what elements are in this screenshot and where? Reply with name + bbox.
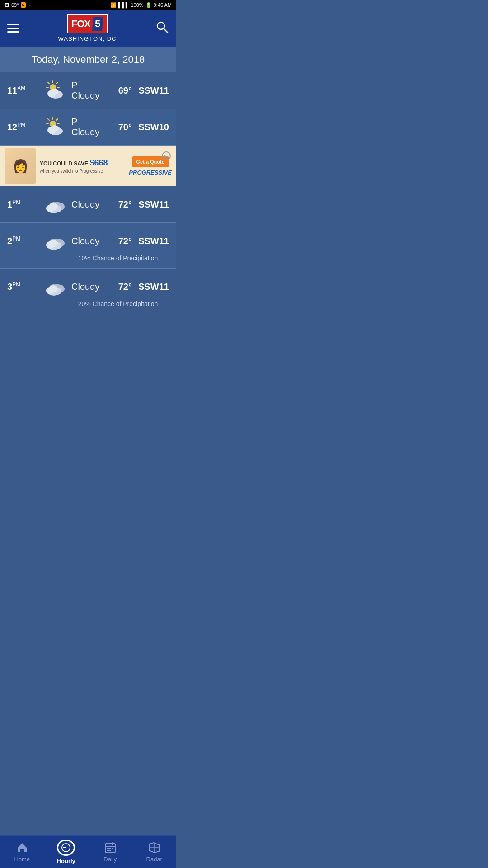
weather-row-inner: 12PM P Cloudy 70° SSW10 xyxy=(7,115,169,139)
weather-temp: 69° xyxy=(110,85,132,96)
weather-main-line: 3PM Cloudy 72° SSW11 xyxy=(7,275,169,298)
weather-rows: 11AM P Cloudy 69° SSW11 12PM xyxy=(0,72,176,314)
ad-text: YOU COULD SAVE $668 when you switch to P… xyxy=(40,158,125,174)
main-content: Today, November 2, 2018 11AM P Cloudy 69… xyxy=(0,47,176,347)
weather-row[interactable]: 3PM Cloudy 72° SSW11 20% Chance of Preci… xyxy=(0,269,176,314)
weather-main-line: 12PM P Cloudy 70° SSW10 xyxy=(7,115,169,139)
ad-play-icon[interactable]: ▶ xyxy=(162,151,171,160)
weather-row[interactable]: 11AM P Cloudy 69° SSW11 xyxy=(0,72,176,109)
weather-condition: Cloudy xyxy=(71,199,106,210)
weather-row[interactable]: 2PM Cloudy 72° SSW11 10% Chance of Preci… xyxy=(0,223,176,269)
ad-content: 👩 YOU COULD SAVE $668 when you switch to… xyxy=(5,148,172,184)
weather-wind: SSW10 xyxy=(136,122,169,132)
weather-row-inner: 1PM Cloudy 72° SSW11 xyxy=(7,193,169,216)
signal-icon: ▌▌▌ xyxy=(118,2,129,8)
logo-container: FOX 5 WASHINGTON, DC xyxy=(58,14,117,42)
battery-icon: 🔋 xyxy=(145,2,152,8)
weather-time: 12PM xyxy=(7,122,39,132)
ad-switch-text: when you switch to Progressive xyxy=(40,169,125,174)
weather-icon xyxy=(43,193,67,216)
hamburger-line xyxy=(7,31,19,33)
svg-line-16 xyxy=(48,119,49,120)
weather-wind: SSW11 xyxy=(136,85,169,96)
logo-5-wrap: 5 xyxy=(92,17,103,31)
temp-status: 69° xyxy=(11,2,19,8)
weather-time: 3PM xyxy=(7,281,39,292)
search-button[interactable] xyxy=(155,20,169,37)
weather-main-line: 2PM Cloudy 72° SSW11 xyxy=(7,229,169,253)
ad-banner: ▶ 👩 YOU COULD SAVE $668 when you switch … xyxy=(0,146,176,186)
logo-fox-text: FOX xyxy=(71,18,90,30)
svg-line-6 xyxy=(48,82,49,84)
location-title: WASHINGTON, DC xyxy=(58,35,117,42)
svg-line-14 xyxy=(56,119,58,120)
weather-temp: 72° xyxy=(110,236,132,246)
app-header: FOX 5 WASHINGTON, DC xyxy=(0,10,176,47)
weather-wind: SSW11 xyxy=(136,199,169,210)
weather-temp: 70° xyxy=(110,122,132,132)
weather-temp: 72° xyxy=(110,199,132,210)
ad-brand: PROGRESSIVE xyxy=(129,169,172,176)
acc-icon: 5 xyxy=(21,2,26,8)
dots-icon: ··· xyxy=(28,2,32,8)
status-bar: 🖼 69° 5 ··· 📶 ▌▌▌ 100% 🔋 9:46 AM xyxy=(0,0,176,10)
logo-5-text: 5 xyxy=(95,18,100,29)
svg-point-35 xyxy=(49,240,58,247)
ad-person-image: 👩 xyxy=(5,148,36,184)
weather-row[interactable]: 1PM Cloudy 72° SSW11 xyxy=(0,186,176,223)
weather-row[interactable]: 12PM P Cloudy 70° SSW10 xyxy=(0,109,176,146)
weather-icon xyxy=(43,275,67,298)
weather-time: 1PM xyxy=(7,199,39,210)
weather-time: 2PM xyxy=(7,236,39,246)
fox5-logo: FOX 5 xyxy=(67,14,108,33)
weather-icon xyxy=(43,115,67,139)
weather-main-line: 1PM Cloudy 72° SSW11 xyxy=(7,193,169,216)
clock: 9:46 AM xyxy=(154,2,172,8)
weather-wind: SSW11 xyxy=(136,282,169,292)
svg-point-28 xyxy=(49,203,58,210)
weather-wind: SSW11 xyxy=(136,236,169,246)
svg-line-1 xyxy=(164,28,168,33)
date-header: Today, November 2, 2018 xyxy=(0,47,176,72)
weather-condition: Cloudy xyxy=(71,236,106,246)
precip-text: 20% Chance of Precipitation xyxy=(7,300,169,307)
status-right: 📶 ▌▌▌ 100% 🔋 9:46 AM xyxy=(110,2,172,8)
battery-status: 100% xyxy=(131,2,144,8)
precip-text: 10% Chance of Precipitation xyxy=(7,255,169,262)
photo-icon: 🖼 xyxy=(5,2,9,8)
weather-temp: 72° xyxy=(110,282,132,292)
wifi-icon: 📶 xyxy=(110,2,117,8)
weather-row-inner: 11AM P Cloudy 69° SSW11 xyxy=(7,79,169,102)
weather-main-line: 11AM P Cloudy 69° SSW11 xyxy=(7,79,169,102)
weather-condition: P Cloudy xyxy=(71,117,106,137)
weather-icon xyxy=(43,79,67,102)
svg-point-11 xyxy=(51,89,59,95)
svg-point-21 xyxy=(51,125,59,132)
weather-condition: P Cloudy xyxy=(71,80,106,101)
hamburger-menu[interactable] xyxy=(7,24,19,33)
weather-icon xyxy=(43,229,67,253)
weather-row-inner: 3PM Cloudy 72° SSW11 20% Chance of Preci… xyxy=(7,275,169,307)
ad-save-line: YOU COULD SAVE $668 xyxy=(40,158,125,168)
svg-line-4 xyxy=(56,82,58,84)
weather-condition: Cloudy xyxy=(71,282,106,292)
status-left: 🖼 69° 5 ··· xyxy=(5,2,32,8)
weather-row-inner: 2PM Cloudy 72° SSW11 10% Chance of Preci… xyxy=(7,229,169,262)
hamburger-line xyxy=(7,24,19,25)
svg-point-42 xyxy=(49,285,58,292)
weather-time: 11AM xyxy=(7,85,39,96)
hamburger-line xyxy=(7,28,19,29)
